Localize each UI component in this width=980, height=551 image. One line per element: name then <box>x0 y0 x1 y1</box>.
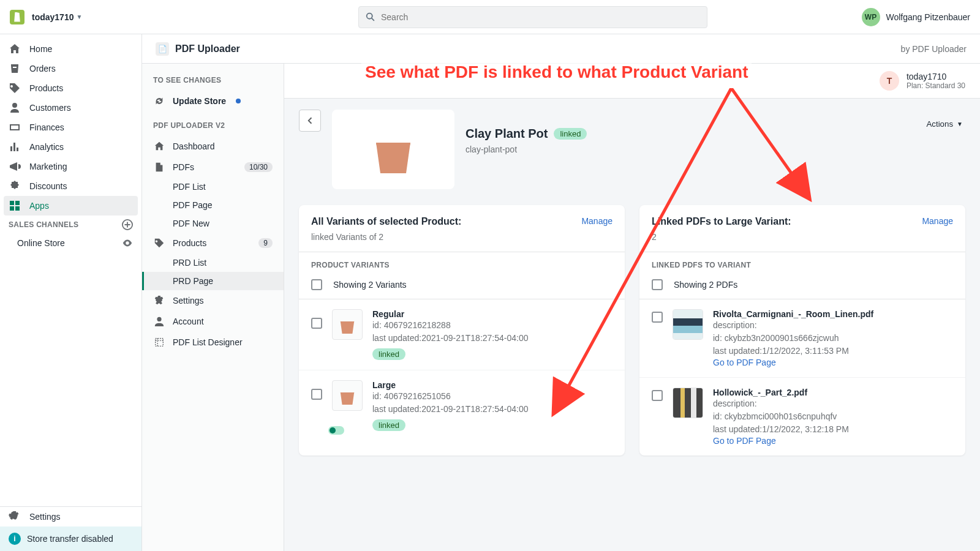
arrow-left-icon <box>304 115 315 126</box>
subnav-pdf-new[interactable]: PDF New <box>142 214 284 233</box>
megaphone-icon <box>9 160 21 173</box>
analytics-icon <box>9 141 21 153</box>
product-title: Clay Plant Pot <box>466 127 548 141</box>
back-button[interactable] <box>299 110 321 132</box>
subnav-update-store[interactable]: Update Store <box>142 91 284 111</box>
app-title: PDF Uploader <box>175 43 240 54</box>
topbar: today1710 ▼ WP Wolfgang Pitzenbauer <box>0 0 980 34</box>
nav-online-store[interactable]: Online Store <box>0 234 141 252</box>
nav-settings[interactable]: Settings <box>0 507 141 527</box>
nav-analytics[interactable]: Analytics <box>0 137 141 157</box>
nav-customers[interactable]: Customers <box>0 98 141 118</box>
nav-orders[interactable]: Orders <box>0 59 141 78</box>
info-icon: i <box>9 533 21 545</box>
nav-label: Marketing <box>29 162 67 171</box>
pdf-updated: last updated:1/12/2022, 3:12:18 PM <box>713 423 953 436</box>
row-checkbox[interactable] <box>311 389 322 400</box>
subnav-pdfs[interactable]: PDFs10/30 <box>142 157 284 178</box>
row-checkbox[interactable] <box>311 318 322 329</box>
actions-button[interactable]: Actions▼ <box>924 116 965 132</box>
linked-badge: linked <box>372 348 405 360</box>
app-icon: 📄 <box>156 42 169 56</box>
discount-icon <box>9 180 21 192</box>
main-sidebar: Home Orders Products Customers Finances … <box>0 34 142 551</box>
subnav-account[interactable]: Account <box>142 311 284 332</box>
manage-link[interactable]: Manage <box>922 216 953 226</box>
variant-id: id: 40679216251056 <box>372 390 612 403</box>
linked-pdfs-card: Linked PDFs to Large Variant: Manage 2 L… <box>639 205 965 455</box>
subnav-prd-list[interactable]: PRD List <box>142 253 284 272</box>
variant-row: Regular id: 40679216218288 last updated:… <box>299 299 625 370</box>
pdfs-showing: Showing 2 PDFs <box>674 280 737 290</box>
variant-name: Regular <box>372 309 612 319</box>
subnav-label: PDF Page <box>173 200 213 210</box>
subnav-label: Update Store <box>173 96 226 106</box>
pdf-desc: description: <box>713 319 953 332</box>
subnav-label: Account <box>173 317 204 326</box>
nav-label: Apps <box>29 201 49 211</box>
subnav-label: PRD List <box>173 258 206 268</box>
pdf-id: id: ckybzb3n2000901s666zjcwuh <box>713 332 953 345</box>
go-to-pdf-link[interactable]: Go to PDF Page <box>713 436 953 446</box>
nav-label: Home <box>29 44 52 54</box>
subnav-label: Settings <box>173 296 204 305</box>
go-to-pdf-link[interactable]: Go to PDF Page <box>713 358 953 367</box>
manage-link[interactable]: Manage <box>581 216 612 226</box>
sync-icon <box>154 96 165 107</box>
select-all-checkbox[interactable] <box>311 279 322 290</box>
finances-icon <box>9 121 21 133</box>
caret-down-icon: ▼ <box>76 13 82 20</box>
subnav-section-1: TO SEE CHANGES <box>142 75 284 91</box>
linked-badge: linked <box>554 128 587 140</box>
subnav-label: PDF New <box>173 219 209 228</box>
nav-label: Orders <box>29 64 56 73</box>
person-icon <box>154 316 165 327</box>
gear-icon <box>154 295 165 306</box>
user-avatar[interactable]: WP <box>862 8 880 26</box>
search-input[interactable] <box>381 12 701 22</box>
nav-finances[interactable]: Finances <box>0 118 141 137</box>
pdfs-card-title: Linked PDFs to Large Variant: <box>652 216 791 227</box>
subnav-designer[interactable]: PDF List Designer <box>142 332 284 353</box>
pdfs-section-label: LINKED PDFS TO VARIANT <box>639 252 965 274</box>
pdfs-card-sub: 2 <box>639 227 965 252</box>
tag-icon <box>154 238 165 249</box>
select-all-checkbox[interactable] <box>652 279 663 290</box>
variant-row: Large id: 40679216251056 last updated:20… <box>299 370 625 441</box>
variants-card-sub: linked Variants of 2 <box>299 227 625 252</box>
subnav-prd-page[interactable]: PRD Page <box>142 272 284 290</box>
subnav-settings[interactable]: Settings <box>142 290 284 311</box>
store-selector[interactable]: today1710 ▼ <box>32 12 82 22</box>
pdfs-count-badge: 10/30 <box>244 162 273 172</box>
nav-label: Settings <box>29 512 61 522</box>
nav-discounts[interactable]: Discounts <box>0 176 141 196</box>
row-checkbox[interactable] <box>652 390 663 401</box>
subnav-pdf-list[interactable]: PDF List <box>142 178 284 196</box>
subnav-pdf-page[interactable]: PDF Page <box>142 196 284 214</box>
subnav-label: PRD Page <box>173 276 213 286</box>
nav-home[interactable]: Home <box>0 39 141 59</box>
row-checkbox[interactable] <box>652 312 663 323</box>
nav-label: Analytics <box>29 142 64 152</box>
nav-products[interactable]: Products <box>0 78 141 98</box>
pdf-row: Rivolta_Carmignani_-_Room_Linen.pdf desc… <box>639 299 965 378</box>
subnav-dashboard[interactable]: Dashboard <box>142 136 284 157</box>
subnav-label: PDFs <box>173 162 194 172</box>
pdf-desc: description: <box>713 397 953 410</box>
eye-icon[interactable] <box>122 238 133 249</box>
store-pill-plan: Plan: Standard 30 <box>907 81 965 90</box>
nav-label: Customers <box>29 103 71 113</box>
transfer-banner[interactable]: i Store transfer disabled <box>0 527 141 551</box>
tag-icon <box>9 82 21 94</box>
plus-circle-icon[interactable] <box>122 219 133 230</box>
search-box[interactable] <box>358 6 707 28</box>
subnav-label: Dashboard <box>173 141 215 151</box>
subnav-products[interactable]: Products9 <box>142 233 284 253</box>
product-image <box>332 110 454 189</box>
active-toggle[interactable] <box>328 426 344 435</box>
nav-apps[interactable]: Apps <box>4 196 138 216</box>
pdf-thumbnail <box>673 309 703 340</box>
nav-label: Online Store <box>17 238 65 248</box>
subnav-label: PDF List <box>173 182 206 192</box>
nav-marketing[interactable]: Marketing <box>0 157 141 176</box>
